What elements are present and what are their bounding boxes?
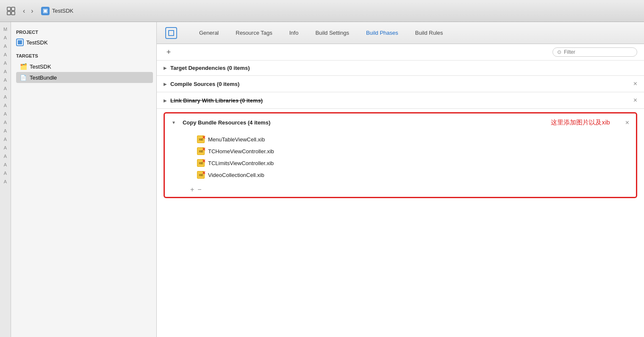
letter-A-1: A: [4, 34, 7, 41]
project-title-area: TestSDK: [41, 7, 74, 15]
expand-triangle-copy: ▼: [172, 120, 176, 125]
expand-triangle-link: ▶: [164, 98, 167, 103]
filter-icon: ⊙: [557, 49, 561, 55]
tab-icon-inner: [168, 30, 174, 36]
letter-A-7: A: [4, 85, 7, 92]
file-item-0[interactable]: ✕ XIB MenuTableViewCell.xib: [190, 133, 636, 145]
letter-A-8: A: [4, 93, 7, 101]
file-item-3[interactable]: ✕ XIB VideoCollectionCell.xib: [190, 169, 636, 181]
remove-file-button[interactable]: −: [197, 186, 201, 193]
copy-bundle-resources-title: Copy Bundle Resources (4 items): [183, 119, 270, 126]
compile-sources-header[interactable]: ▶ Compile Sources (0 items) ×: [157, 76, 644, 92]
target-dependencies-header[interactable]: ▶ Target Dependencies (0 items): [157, 61, 644, 75]
file-item-2[interactable]: ✕ XIB TCLimitsViewController.xib: [190, 157, 636, 169]
target-dependencies-section: ▶ Target Dependencies (0 items): [157, 61, 644, 76]
file-name-1: TCHomeViewController.xib: [208, 148, 274, 155]
sidebar: PROJECT TestSDK TARGETS 🗂️ TestSDK 📄 Tes…: [11, 22, 157, 337]
letter-A-12: A: [4, 127, 7, 135]
compile-sources-close[interactable]: ×: [633, 80, 637, 88]
letter-A-6: A: [4, 76, 7, 84]
compile-sources-section: ▶ Compile Sources (0 items) ×: [157, 76, 644, 92]
copy-bundle-resources-section: ▼ Copy Bundle Resources (4 items) 这里添加图片…: [164, 112, 637, 198]
letter-A-15: A: [4, 152, 7, 160]
sidebar-target-testsdk[interactable]: 🗂️ TestSDK: [16, 61, 153, 72]
letter-A-14: A: [4, 144, 7, 152]
phases-toolbar: + ⊙: [157, 44, 644, 61]
link-binary-close[interactable]: ×: [633, 97, 637, 104]
tab-build-settings[interactable]: Build Settings: [315, 28, 349, 38]
file-list: ✕ XIB MenuTableViewCell.xib ✕ XIB TCHome…: [165, 132, 636, 182]
copy-bundle-resources-header[interactable]: ▼ Copy Bundle Resources (4 items) 这里添加图片…: [165, 113, 636, 132]
letter-A-10: A: [4, 110, 7, 118]
left-panel: M A A A A A A A A A A A A A A A A A A PR…: [0, 22, 157, 337]
xib-icon-3: ✕ XIB: [197, 171, 205, 179]
navigation-buttons: ‹ ›: [20, 6, 36, 17]
target-icon-testbundle: 📄: [19, 74, 27, 81]
letter-A-13: A: [4, 135, 7, 143]
svg-rect-1: [11, 7, 15, 11]
tab-general[interactable]: General: [199, 28, 219, 38]
link-binary-header[interactable]: ▶ Link Binary With Libraries (0 items) ×: [157, 92, 644, 108]
link-binary-title: Link Binary With Libraries (0 items): [170, 97, 263, 104]
link-binary-section: ▶ Link Binary With Libraries (0 items) ×: [157, 92, 644, 109]
add-file-button[interactable]: +: [190, 186, 194, 193]
targets-section-label: TARGETS: [14, 53, 153, 58]
file-name-3: VideoCollectionCell.xib: [208, 172, 264, 178]
grid-icon[interactable]: [5, 5, 17, 17]
tab-info[interactable]: Info: [289, 28, 299, 38]
letter-A-3: A: [4, 51, 7, 58]
expand-triangle: ▶: [164, 66, 167, 70]
letter-M: M: [3, 25, 7, 33]
target-dependencies-title: Target Dependencies (0 items): [170, 65, 250, 71]
target-name-testbundle: TestBundle: [30, 75, 57, 81]
file-item-1[interactable]: ✕ XIB TCHomeViewController.xib: [190, 145, 636, 157]
letter-A-9: A: [4, 102, 7, 109]
target-name-testsdk: TestSDK: [30, 64, 51, 70]
compile-sources-title: Compile Sources (0 items): [170, 81, 239, 87]
forward-button[interactable]: ›: [28, 6, 36, 17]
letter-A-11: A: [4, 119, 7, 126]
project-item-name: TestSDK: [26, 39, 48, 46]
annotation-text: 这里添加图片以及xib: [551, 119, 610, 127]
tab-resource-tags[interactable]: Resource Tags: [236, 28, 272, 38]
build-phases-content: + ⊙ ▶ Target Dependencies (0 items) ▶ Co…: [157, 44, 644, 337]
sidebar-target-testbundle[interactable]: 📄 TestBundle: [16, 72, 153, 83]
xcode-project-icon: [41, 7, 50, 15]
toolbar: ‹ › TestSDK: [0, 0, 644, 22]
letter-A-2: A: [4, 42, 7, 50]
svg-rect-2: [7, 11, 11, 15]
project-title: TestSDK: [52, 8, 74, 14]
xib-icon-0: ✕ XIB: [197, 135, 205, 143]
back-button[interactable]: ‹: [20, 6, 28, 17]
filter-box: ⊙: [552, 47, 637, 57]
target-icon-testsdk: 🗂️: [19, 63, 27, 70]
letter-strip: M A A A A A A A A A A A A A A A A A A: [0, 22, 11, 337]
tab-bar: General Resource Tags Info Build Setting…: [157, 22, 644, 44]
copy-bundle-resources-close[interactable]: ×: [625, 119, 629, 127]
letter-A-17: A: [4, 169, 7, 177]
letter-A-18: A: [4, 178, 7, 185]
content-area: General Resource Tags Info Build Setting…: [157, 22, 644, 337]
letter-A-16: A: [4, 161, 7, 168]
project-section-label: PROJECT: [14, 30, 153, 35]
tab-target-icon: [165, 27, 177, 39]
xib-icon-1: ✕ XIB: [197, 147, 205, 155]
filter-input[interactable]: [564, 49, 623, 55]
tab-build-rules[interactable]: Build Rules: [415, 28, 443, 38]
expand-triangle-compile: ▶: [164, 82, 167, 86]
svg-rect-3: [11, 11, 15, 15]
letter-A-5: A: [4, 68, 7, 75]
file-name-2: TCLimitsViewController.xib: [208, 160, 274, 166]
tab-build-phases[interactable]: Build Phases: [366, 28, 398, 38]
main-layout: M A A A A A A A A A A A A A A A A A A PR…: [0, 22, 644, 337]
file-name-0: MenuTableViewCell.xib: [208, 136, 265, 143]
file-actions: + −: [165, 182, 636, 197]
sidebar-project-item[interactable]: TestSDK: [14, 37, 153, 47]
project-icon: [16, 39, 24, 46]
xib-icon-2: ✕ XIB: [197, 159, 205, 167]
svg-rect-0: [7, 7, 11, 11]
letter-A-4: A: [4, 59, 7, 67]
add-phase-button[interactable]: +: [164, 48, 174, 56]
